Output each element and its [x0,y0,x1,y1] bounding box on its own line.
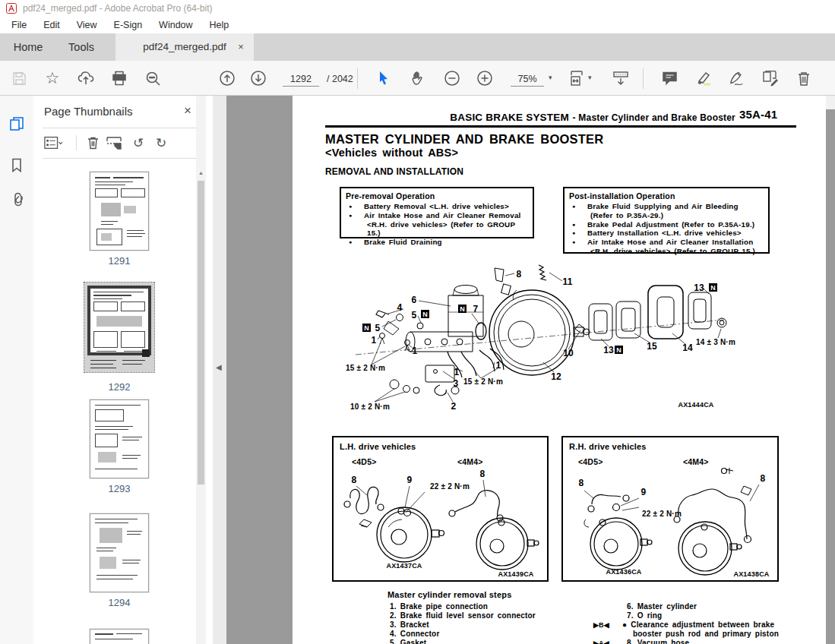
thumbnail-1294[interactable]: 1294 [74,513,165,608]
document-title: MASTER CYLINDER AND BRAKE BOOSTER [325,132,603,147]
navigation-rail [0,96,33,644]
previous-page-icon[interactable] [219,70,236,87]
lh-variant-4m4: <4M4> [457,457,483,466]
pre-removal-title: Pre-removal Operation [346,191,528,200]
delete-pages-icon[interactable] [795,70,812,87]
lh-callout-9: 9 [407,475,413,485]
thumbnail-page-number: 1293 [74,483,165,494]
pre-removal-item: Brake Fluid Draining [364,238,442,247]
menu-window[interactable]: Window [150,17,201,33]
thumbnail-partial[interactable] [74,629,165,644]
bookmarks-panel-icon[interactable] [8,156,25,173]
post-installation-item: Brake Fluid Supplying and Air Bleeding [587,202,739,211]
next-page-icon[interactable] [250,70,267,87]
highlight-icon[interactable] [695,70,712,87]
scrollbar-up-icon[interactable]: ▲ [198,170,204,175]
fill-sign-icon[interactable] [729,70,745,87]
callout-13b: 13 [694,283,704,293]
note-b-line2: booster push rod and primary piston [633,630,779,638]
zoom-in-icon[interactable] [476,70,493,87]
menu-view[interactable]: View [68,17,106,33]
lh-box-title: L.H. drive vehicles [340,442,416,451]
select-tool-icon[interactable] [375,70,392,87]
fit-caret-icon[interactable]: ▾ [588,74,592,81]
extract-page-icon[interactable] [105,134,123,152]
page-total-label: / 2042 [327,74,353,84]
zoom-caret-icon[interactable]: ▾ [549,74,552,81]
rotate-ccw-icon[interactable]: ↺ [129,134,147,152]
thumbnail-preview [90,399,149,478]
page-number-input[interactable] [283,71,319,87]
tab-document[interactable]: pdf24_merged.pdf × [115,33,254,61]
bullet-icon: ● [346,202,364,211]
step-6: 6. Master cylinder [627,602,697,611]
page-thumbnails-panel: Page Thumbnails × ↺ ↻ 1291 [33,96,213,644]
note-a-line: 8. Vacuum hose [627,639,689,644]
toolbar-separator [357,68,358,89]
header-separator: - [573,112,576,123]
window-title: pdf24_merged.pdf - Adobe Acrobat Pro (64… [23,3,213,14]
callout-8: 8 [517,269,522,279]
star-icon[interactable]: ☆ [44,70,61,87]
menu-esign[interactable]: E-Sign [106,17,151,33]
thumbnail-options-icon[interactable] [44,134,62,152]
lh-drive-figure-box: L.H. drive vehicles <4D5> <4M4> [332,436,549,582]
thumbnail-1291[interactable]: 1291 [74,172,165,267]
document-scrollbar-thumb[interactable] [826,109,835,644]
post-installation-box: Post-installation Operation ●Brake Fluid… [563,187,770,254]
menu-file[interactable]: File [3,17,35,33]
torque-15nm-b: 15 ± 2 N·m [463,377,503,386]
rh-callout-8: 8 [579,478,584,488]
n-symbol: N [364,324,369,332]
tab-home[interactable]: Home [0,33,56,61]
menu-help[interactable]: Help [201,17,238,33]
tab-tools[interactable]: Tools [56,33,106,61]
torque-14nm: 14 ± 3 N·m [696,338,735,346]
callout-3: 3 [454,378,459,389]
header-section: BASIC BRAKE SYSTEM [450,112,569,123]
rh-torque: 22 ± 2 N·m [642,510,682,518]
callout-5b: 5 [375,323,381,333]
print-icon[interactable] [111,70,128,87]
share-upload-icon[interactable] [77,70,94,87]
hand-tool-icon[interactable] [410,70,426,87]
collapse-panel-icon[interactable]: ◀ [216,363,222,371]
search-icon[interactable] [144,70,161,87]
attachments-panel-icon[interactable] [8,191,25,208]
scrollbar-thumb[interactable] [198,181,204,485]
page-display-icon[interactable] [612,70,629,87]
marker-a: ▶A◀ [593,639,609,644]
fit-width-icon[interactable] [568,70,585,87]
thumbnails-scrollbar[interactable]: ▲ [196,96,206,644]
zoom-level-value[interactable]: 75% [511,71,544,87]
panel-collapse-strip[interactable]: ◀ [213,96,226,644]
rh-variant-4m4: <4M4> [683,457,709,466]
acrobat-app-icon [6,3,17,14]
panel-divider [43,158,205,159]
tab-close-icon[interactable]: × [236,33,246,61]
save-icon[interactable] [11,70,27,87]
header-rule [325,125,796,128]
menu-bar: File Edit View E-Sign Window Help [0,17,835,33]
step-4: 4. Connector [390,630,440,638]
section-heading: REMOVAL AND INSTALLATION [325,166,463,177]
document-scrollbar[interactable] [826,96,835,644]
thumbnail-1293[interactable]: 1293 [74,399,165,494]
page-thumbnails-panel-icon[interactable] [8,115,25,132]
pre-removal-box: Pre-removal Operation ●Battery Removal <… [340,187,534,238]
zoom-out-icon[interactable] [444,70,460,87]
comment-icon[interactable] [661,70,678,87]
exploded-diagram: 8 11 6 4 5 5 7 1 1 1 1 3 2 12 10 13 15 1… [299,257,809,431]
organize-pages-icon[interactable] [762,70,779,87]
menu-edit[interactable]: Edit [35,17,68,33]
rotate-cw-icon[interactable]: ↻ [152,134,170,152]
more-tools-icon[interactable] [828,70,835,87]
thumbnail-preview [90,513,149,592]
header-subsection: Master Cylinder and Brake Booster [578,112,735,123]
tab-bar: Home Tools pdf24_merged.pdf × [0,33,835,61]
bullet-icon: ● [346,238,364,247]
panel-close-icon[interactable]: × [184,103,191,118]
delete-page-icon[interactable] [84,134,102,152]
thumbnail-1292-selected[interactable]: 1292 [74,289,165,387]
callout-11: 11 [562,276,572,287]
